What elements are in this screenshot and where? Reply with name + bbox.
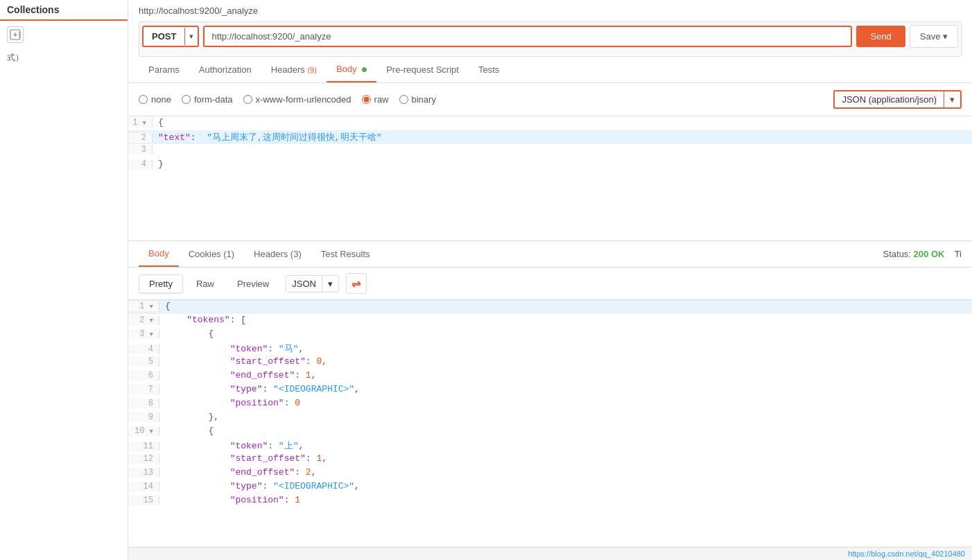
url-input-box[interactable] xyxy=(203,26,852,47)
line-num-1: 1 ▼ xyxy=(128,118,153,128)
tab-params-label: Params xyxy=(148,64,180,75)
response-toolbar: Pretty Raw Preview JSON ▾ ⇌ xyxy=(128,268,972,300)
tab-params[interactable]: Params xyxy=(139,58,189,82)
tab-authorization[interactable]: Authorization xyxy=(189,58,261,82)
resp-format-dropdown[interactable]: JSON ▾ xyxy=(286,275,339,292)
resp-num-1: 1 ▼ xyxy=(128,301,159,311)
code-line-4: 4 } xyxy=(128,158,972,172)
resp-content-4: "token": "马", xyxy=(165,342,304,355)
resp-raw-button[interactable]: Raw xyxy=(186,275,224,292)
status-area: Status: 200 OK Ti xyxy=(883,249,962,259)
resp-line-5: 5 "start_offset": 0, xyxy=(128,356,972,369)
headers-badge: (9) xyxy=(307,66,316,74)
resp-content-9: }, xyxy=(165,412,219,422)
resp-num-2: 2 ▼ xyxy=(128,315,159,325)
resp-line-8: 8 "position": 0 xyxy=(128,397,972,411)
resp-line-11: 11 "token": "上", xyxy=(128,439,972,453)
resp-content-13: "end_offset": 2, xyxy=(165,467,316,478)
option-raw[interactable]: raw xyxy=(362,94,389,105)
resp-num-13: 13 xyxy=(128,468,159,478)
option-none-label: none xyxy=(151,94,171,105)
resp-num-15: 15 xyxy=(128,496,159,505)
resp-line-1: 1 ▼ { xyxy=(128,300,972,314)
resp-num-5: 5 xyxy=(128,357,159,367)
resp-num-8: 8 xyxy=(128,399,159,408)
resp-line-10: 10 ▼ { xyxy=(128,425,972,439)
method-dropdown-arrow[interactable]: ▾ xyxy=(184,28,198,45)
request-code-editor[interactable]: 1 ▼ { 2 "text": "马上周末了,这周时间过得很快,明天干啥" 3 … xyxy=(128,116,972,241)
code-line-2: 2 "text": "马上周末了,这周时间过得很快,明天干啥" xyxy=(128,130,972,144)
resp-content-6: "end_offset": 1, xyxy=(165,370,316,380)
line-num-4: 4 xyxy=(128,159,153,169)
request-tabs-row: Params Authorization Headers (9) Body Pr… xyxy=(128,57,972,83)
option-none[interactable]: none xyxy=(139,94,171,105)
status-label: Status: xyxy=(883,249,911,259)
resp-tab-test-results-label: Test Results xyxy=(321,249,370,259)
resp-tab-test-results[interactable]: Test Results xyxy=(311,242,380,266)
page-title: http://localhost:9200/_analyze xyxy=(139,6,962,16)
resp-line-6: 6 "end_offset": 1, xyxy=(128,369,972,383)
resp-num-10: 10 ▼ xyxy=(128,426,159,436)
tab-pre-request[interactable]: Pre-request Script xyxy=(376,58,469,82)
resp-content-11: "token": "上", xyxy=(165,439,304,452)
resp-wrap-button[interactable]: ⇌ xyxy=(346,273,367,294)
tab-pre-request-label: Pre-request Script xyxy=(386,64,459,75)
option-urlencoded-label: x-www-form-urlencoded xyxy=(256,94,352,105)
format-dropdown[interactable]: JSON (application/json) ▾ xyxy=(833,90,962,109)
option-binary[interactable]: binary xyxy=(399,94,436,105)
resp-content-8: "position": 0 xyxy=(165,398,300,408)
resp-tab-headers[interactable]: Headers (3) xyxy=(244,242,311,266)
json-key-text: "text" xyxy=(158,132,191,143)
resp-num-7: 7 xyxy=(128,385,159,394)
resp-line-12: 12 "start_offset": 1, xyxy=(128,453,972,466)
resp-tab-cookies[interactable]: Cookies (1) xyxy=(179,242,244,266)
method-box: POST ▾ xyxy=(142,26,199,47)
option-raw-label: raw xyxy=(374,94,389,105)
url-bar: POST ▾ Send Save ▾ xyxy=(139,21,962,57)
resp-line-4: 4 "token": "马", xyxy=(128,342,972,356)
resp-line-9: 9 }, xyxy=(128,411,972,425)
resp-pretty-button[interactable]: Pretty xyxy=(139,274,183,293)
tab-headers[interactable]: Headers (9) xyxy=(261,58,327,82)
resp-num-11: 11 xyxy=(128,441,159,451)
tab-tests[interactable]: Tests xyxy=(469,58,509,82)
option-urlencoded[interactable]: x-www-form-urlencoded xyxy=(243,94,352,105)
format-dropdown-arrow[interactable]: ▾ xyxy=(944,91,960,107)
status-value: 200 OK xyxy=(914,249,945,259)
tab-authorization-label: Authorization xyxy=(199,64,252,75)
format-label: JSON (application/json) xyxy=(835,91,944,107)
option-form-data[interactable]: form-data xyxy=(182,94,233,105)
tab-tests-label: Tests xyxy=(478,64,499,75)
resp-format-label: JSON xyxy=(286,276,322,292)
resp-content-15: "position": 1 xyxy=(165,495,300,505)
url-input[interactable] xyxy=(205,27,851,46)
resp-line-7: 7 "type": "<IDEOGRAPHIC>", xyxy=(128,383,972,397)
resp-content-1: { xyxy=(165,301,171,311)
tab-headers-label: Headers xyxy=(271,64,305,75)
save-button[interactable]: Save ▾ xyxy=(910,25,958,48)
sidebar-header: Collections xyxy=(0,0,128,21)
resp-content-7: "type": "<IDEOGRAPHIC>", xyxy=(165,384,360,394)
resp-preview-button[interactable]: Preview xyxy=(227,275,279,292)
add-collection-button[interactable] xyxy=(7,26,24,43)
option-form-data-label: form-data xyxy=(194,94,233,105)
response-tabs-row: Body Cookies (1) Headers (3) Test Result… xyxy=(128,241,972,268)
send-button[interactable]: Send xyxy=(856,26,905,47)
body-options: none form-data x-www-form-urlencoded raw… xyxy=(128,83,972,116)
code-content-2: "text": "马上周末了,这周时间过得很快,明天干啥" xyxy=(158,131,381,143)
method-label: POST xyxy=(144,27,184,46)
resp-tab-body[interactable]: Body xyxy=(139,241,179,267)
resp-content-3: { xyxy=(165,329,214,339)
resp-content-12: "start_offset": 1, xyxy=(165,453,327,464)
resp-num-4: 4 xyxy=(128,344,159,354)
resp-num-12: 12 xyxy=(128,454,159,464)
time-label: Ti xyxy=(955,249,962,259)
code-content-4: } xyxy=(158,159,164,169)
resp-num-14: 14 xyxy=(128,482,159,491)
option-binary-label: binary xyxy=(412,94,436,105)
tab-body[interactable]: Body xyxy=(327,57,376,82)
code-content-1: { xyxy=(158,117,164,128)
resp-format-arrow[interactable]: ▾ xyxy=(322,276,338,292)
sidebar: Collections 式） xyxy=(0,0,128,560)
resp-tab-cookies-label: Cookies (1) xyxy=(189,249,234,259)
